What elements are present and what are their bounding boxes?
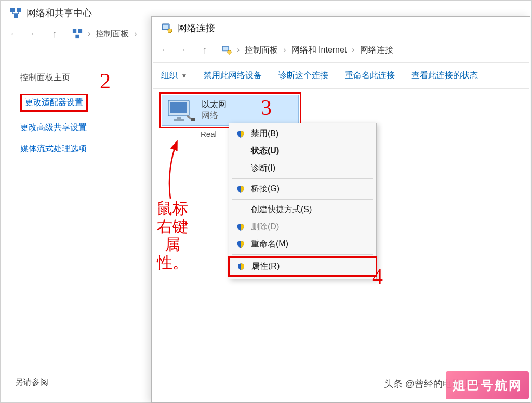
nav-back-button[interactable]: ← (8, 28, 20, 40)
ctx-label: 诊断(I) (251, 163, 275, 174)
svg-point-8 (168, 29, 172, 33)
chevron-right-icon: › (282, 45, 287, 55)
network-center-icon (10, 7, 21, 19)
chevron-right-icon: › (351, 45, 355, 55)
ctx-diagnose[interactable]: 诊断(I) (229, 160, 376, 177)
chevron-right-icon: › (236, 45, 241, 55)
context-menu: 禁用(B) 状态(U) 诊断(I) 桥接(G) 创建快捷方式(S) 删除(D) (229, 123, 377, 279)
annotation-number-4: 4 (372, 264, 383, 289)
toolbar-organize-label: 组织 (161, 71, 178, 80)
svg-rect-3 (73, 29, 76, 33)
ctx-properties[interactable]: 属性(R) (228, 256, 377, 277)
chevron-down-icon: ▼ (181, 72, 187, 80)
ctx-shortcut[interactable]: 创建快捷方式(S) (229, 201, 376, 218)
fg-window: 网络连接 ← → ↑ › 控制面板 › 网络和 Internet › 网络连接 … (151, 16, 530, 403)
shield-icon (235, 185, 246, 193)
ctx-bridge[interactable]: 桥接(G) (229, 180, 376, 198)
svg-rect-7 (163, 25, 168, 29)
see-also-label: 另请参阅 (15, 377, 48, 388)
ctx-label: 桥接(G) (251, 184, 280, 194)
ethernet-status: 网络 (202, 110, 227, 121)
svg-rect-0 (10, 8, 15, 12)
sidebar-advanced-sharing[interactable]: 更改高级共享设置 (20, 117, 88, 138)
menu-separator (232, 254, 373, 255)
svg-point-11 (228, 50, 231, 54)
watermark: 姐巴号航网 (446, 371, 529, 399)
sidebar-control-panel-home[interactable]: 控制面板主页 (20, 67, 88, 88)
shield-icon (236, 263, 246, 271)
sidebar-media-streaming[interactable]: 媒体流式处理选项 (20, 138, 88, 160)
toolbar-diagnose[interactable]: 诊断这个连接 (278, 70, 328, 81)
toolbar-view-status[interactable]: 查看此连接的状态 (411, 70, 478, 81)
ctx-label: 重命名(M) (251, 239, 288, 250)
breadcrumb-item[interactable]: 控制面板 (245, 45, 278, 56)
annotation-number-3: 3 (261, 95, 272, 120)
svg-rect-16 (191, 118, 195, 121)
shield-icon (235, 130, 246, 138)
shield-icon (235, 240, 246, 249)
svg-rect-1 (17, 8, 21, 12)
svg-rect-10 (223, 47, 228, 50)
shield-icon (235, 223, 246, 231)
toolbar-organize[interactable]: 组织 ▼ (161, 70, 187, 81)
svg-rect-2 (14, 14, 18, 18)
fg-toolbar: 组织 ▼ 禁用此网络设备 诊断这个连接 重命名此连接 查看此连接的状态 (152, 63, 530, 88)
breadcrumb-item[interactable]: 网络和 Internet (291, 45, 347, 56)
ctx-rename[interactable]: 重命名(M) (229, 236, 376, 253)
bg-sidebar: 控制面板主页 更改适配器设置 更改高级共享设置 媒体流式处理选项 (20, 67, 88, 160)
annotation-note: 鼠标 右键 属性。 (157, 200, 188, 271)
menu-separator (232, 199, 373, 200)
annotation-number-2: 2 (100, 69, 111, 94)
ctx-label: 创建快捷方式(S) (251, 204, 312, 215)
svg-rect-14 (177, 117, 181, 119)
fg-breadcrumb-bar: ← → ↑ › 控制面板 › 网络和 Internet › 网络连接 (152, 37, 530, 62)
ctx-delete[interactable]: 删除(D) (229, 218, 376, 236)
toolbar-rename[interactable]: 重命名此连接 (345, 70, 395, 81)
network-connections-icon (221, 45, 232, 55)
annotation-box: 更改适配器设置 (20, 94, 88, 112)
fg-window-titlebar: 网络连接 (152, 17, 530, 37)
fg-window-title: 网络连接 (178, 22, 215, 34)
sidebar-adapter-settings[interactable]: 更改适配器设置 (20, 88, 88, 117)
chevron-right-icon: › (87, 29, 91, 38)
ethernet-name: 以太网 (202, 99, 227, 110)
svg-rect-4 (78, 29, 82, 33)
nav-up-button[interactable]: ↑ (48, 28, 61, 40)
svg-rect-5 (75, 35, 79, 38)
nav-back-button[interactable]: ← (159, 44, 171, 56)
breadcrumb-item[interactable]: 控制面板 (96, 29, 129, 40)
ethernet-labels: 以太网 网络 (202, 98, 227, 122)
ctx-label: 删除(D) (251, 222, 279, 232)
ctx-label: 禁用(B) (251, 128, 278, 139)
svg-rect-13 (170, 102, 187, 113)
ethernet-icon (166, 98, 195, 122)
ctx-label: 状态(U) (251, 146, 279, 157)
bg-window-title: 网络和共享中心 (26, 7, 92, 19)
toolbar-disable-device[interactable]: 禁用此网络设备 (204, 70, 262, 81)
ctx-disable[interactable]: 禁用(B) (229, 125, 376, 142)
chevron-right-icon: › (133, 29, 138, 38)
breadcrumb-item[interactable]: 网络连接 (360, 45, 393, 56)
network-center-icon (72, 29, 83, 39)
nav-up-button[interactable]: ↑ (198, 44, 211, 56)
network-connections-icon (161, 22, 172, 34)
nav-forward-button[interactable]: → (176, 44, 188, 56)
nav-forward-button[interactable]: → (24, 28, 37, 40)
ctx-status[interactable]: 状态(U) (229, 142, 376, 160)
ctx-label: 属性(R) (251, 261, 280, 272)
ethernet-item[interactable]: 以太网 网络 (162, 95, 299, 126)
svg-rect-15 (174, 119, 184, 121)
menu-separator (232, 178, 373, 179)
